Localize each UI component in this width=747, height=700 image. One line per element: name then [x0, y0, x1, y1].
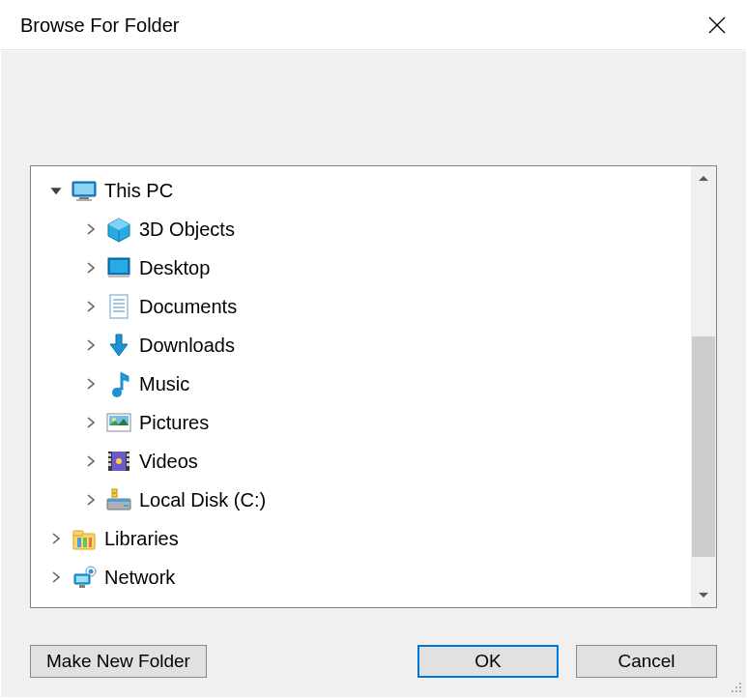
tree-item-downloads[interactable]: Downloads: [31, 326, 691, 365]
tree-item-documents[interactable]: Documents: [31, 287, 691, 326]
svg-point-26: [116, 458, 122, 464]
expander-icon[interactable]: [79, 262, 102, 274]
svg-rect-29: [124, 505, 129, 507]
tree-item-desktop[interactable]: Desktop: [31, 248, 691, 287]
tree-item-label: This PC: [104, 180, 173, 202]
expander-icon[interactable]: [79, 339, 102, 351]
resize-grip-icon: [727, 678, 742, 693]
svg-rect-5: [76, 199, 92, 201]
svg-point-44: [739, 686, 741, 688]
svg-point-42: [739, 683, 741, 685]
titlebar: Browse For Folder: [1, 1, 746, 49]
make-new-folder-button[interactable]: Make New Folder: [30, 645, 207, 678]
tree-item-pictures[interactable]: Pictures: [31, 403, 691, 442]
svg-rect-8: [108, 275, 129, 277]
resize-grip[interactable]: [727, 678, 742, 693]
tree-item-label: Music: [139, 373, 189, 395]
network-icon: [70, 563, 99, 592]
cube-icon: [104, 215, 133, 244]
tree-item-local-disk-c[interactable]: Local Disk (C:): [31, 481, 691, 519]
svg-rect-3: [74, 184, 94, 194]
tree-item-label: Network: [104, 567, 175, 589]
scroll-down-button[interactable]: [691, 582, 716, 607]
expander-icon[interactable]: [79, 494, 102, 506]
svg-rect-21: [108, 458, 111, 461]
svg-rect-23: [127, 453, 129, 456]
tree-item-label: Libraries: [104, 528, 179, 550]
browse-for-folder-dialog: Browse For Folder This PC: [0, 0, 747, 700]
desktop-icon: [104, 253, 133, 282]
scrollbar-thumb[interactable]: [692, 336, 715, 557]
close-icon: [708, 16, 726, 34]
chevron-down-icon: [698, 589, 709, 600]
svg-point-43: [735, 686, 737, 688]
svg-rect-9: [110, 295, 128, 318]
svg-rect-38: [76, 576, 88, 582]
scrollbar[interactable]: [691, 166, 716, 607]
svg-rect-24: [127, 458, 129, 461]
dialog-title: Browse For Folder: [20, 15, 688, 37]
scrollbar-track[interactable]: [691, 191, 716, 582]
pictures-icon: [104, 408, 133, 437]
svg-rect-7: [110, 260, 128, 273]
ok-button[interactable]: OK: [417, 645, 559, 678]
documents-icon: [104, 292, 133, 321]
svg-point-47: [739, 690, 741, 692]
svg-rect-25: [127, 463, 129, 466]
svg-rect-34: [77, 538, 81, 547]
close-button[interactable]: [688, 1, 746, 49]
svg-point-41: [89, 569, 94, 574]
svg-point-31: [113, 492, 115, 494]
svg-rect-33: [73, 531, 83, 536]
tree-item-label: Videos: [139, 451, 198, 473]
svg-rect-20: [108, 453, 111, 456]
titlebar-divider: [1, 49, 746, 50]
disk-drive-icon: [104, 485, 133, 514]
svg-rect-39: [79, 585, 85, 588]
svg-point-46: [735, 690, 737, 692]
dialog-body: This PC 3D Objects Desktop: [1, 51, 746, 697]
tree-item-label: 3D Objects: [139, 219, 235, 241]
videos-icon: [104, 447, 133, 476]
expander-icon[interactable]: [44, 571, 68, 583]
cancel-button[interactable]: Cancel: [576, 645, 717, 678]
tree-item-label: Documents: [139, 296, 237, 318]
button-bar: Make New Folder OK Cancel: [30, 645, 717, 678]
tree-item-label: Pictures: [139, 412, 209, 434]
svg-point-17: [112, 418, 116, 422]
tree-item-label: Downloads: [139, 335, 235, 357]
expander-icon[interactable]: [44, 533, 68, 544]
svg-rect-35: [83, 538, 87, 547]
svg-rect-36: [89, 538, 92, 547]
expander-icon[interactable]: [79, 223, 102, 235]
chevron-up-icon: [698, 173, 709, 185]
expander-icon[interactable]: [79, 417, 102, 428]
tree-item-label: Local Disk (C:): [139, 489, 266, 511]
scroll-up-button[interactable]: [691, 166, 716, 191]
svg-rect-28: [107, 499, 130, 502]
folder-tree-panel: This PC 3D Objects Desktop: [30, 165, 717, 608]
music-icon: [104, 369, 133, 398]
tree-item-label: Desktop: [139, 257, 210, 279]
svg-rect-22: [108, 463, 111, 466]
tree-item-this-pc[interactable]: This PC: [31, 171, 691, 210]
svg-point-45: [732, 690, 733, 692]
folder-tree[interactable]: This PC 3D Objects Desktop: [31, 166, 691, 607]
expander-icon[interactable]: [79, 301, 102, 312]
downloads-icon: [104, 331, 133, 360]
expander-open-icon[interactable]: [44, 185, 68, 196]
tree-item-videos[interactable]: Videos: [31, 442, 691, 481]
tree-item-music[interactable]: Music: [31, 365, 691, 403]
tree-item-network[interactable]: Network: [31, 558, 691, 597]
expander-icon[interactable]: [79, 455, 102, 467]
tree-item-libraries[interactable]: Libraries: [31, 519, 691, 558]
svg-point-14: [112, 388, 122, 397]
libraries-icon: [70, 524, 99, 553]
tree-item-3d-objects[interactable]: 3D Objects: [31, 210, 691, 248]
this-pc-icon: [70, 176, 99, 205]
expander-icon[interactable]: [79, 378, 102, 390]
svg-rect-4: [79, 197, 89, 199]
